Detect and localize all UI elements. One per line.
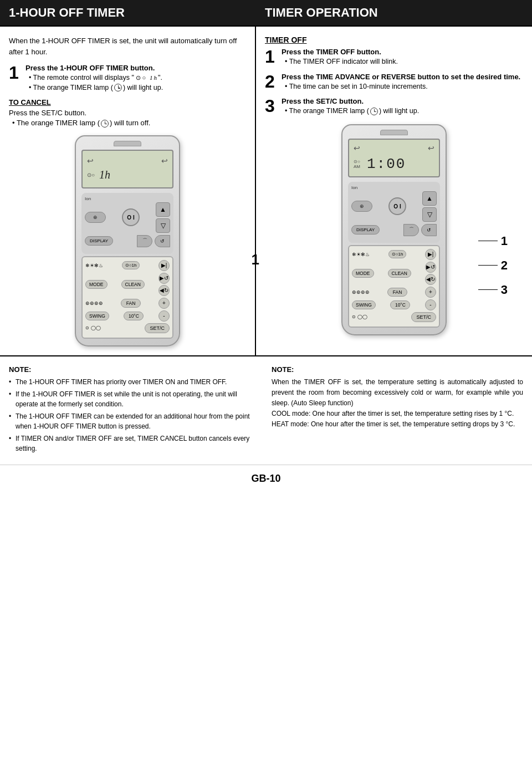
timer-circles: ▶↺ ◀↻ xyxy=(158,273,170,296)
right-step1-body: • The TIMER OFF indicator will blink. xyxy=(282,57,523,67)
right-step1-title: Press the TIMER OFF button. xyxy=(282,48,523,56)
curved-right-button[interactable]: ↺ xyxy=(155,235,170,247)
right-btn-row-2: DISPLAY ⌒ ↺ xyxy=(351,224,437,236)
right-curved-right-button[interactable]: ↺ xyxy=(421,224,437,236)
right-screen-sub-row: ⊙○AM 1:00 xyxy=(354,156,406,172)
swing-button[interactable]: SWING xyxy=(85,312,109,320)
right-clean-button[interactable]: CLEAN xyxy=(388,269,411,278)
remote-top-notch xyxy=(114,141,141,146)
right-minus-button[interactable]: - xyxy=(425,299,436,310)
right-rpanel-row-3: ⊚⊚⊚⊚ FAN + xyxy=(352,287,436,298)
rpanel-row-1: ❄☀✻♨ ⊙○1h ▶| xyxy=(85,260,170,271)
right-step3-bullet: • The orange TIMER lamp () will light up… xyxy=(285,106,523,116)
right-down-button[interactable]: ▽ xyxy=(422,207,437,222)
right-timer-1h-button[interactable]: ⊙○1h xyxy=(388,250,407,258)
temp10-button[interactable]: 10°C xyxy=(124,312,144,320)
bullet-dot-3: • xyxy=(9,411,13,421)
plus-button[interactable]: + xyxy=(158,298,170,309)
note-right-body: When the TIMER OFF is set, the temperatu… xyxy=(272,377,523,430)
right-screen-icon-left: ↩ xyxy=(354,144,360,152)
note-col-right: NOTE: When the TIMER OFF is set, the tem… xyxy=(272,365,523,456)
right-step2-body: • The time can be set in 10-minute incre… xyxy=(282,82,523,92)
note-left-title: NOTE: xyxy=(9,365,260,374)
right-step2: 2 Press the TIME ADVANCE or REVERSE butt… xyxy=(265,73,523,92)
right-step2-bullet: • The time can be set in 10-minute incre… xyxy=(285,82,523,92)
right-remote-container: ↩ ↩ ⊙○AM 1:00 Ion ⊕ O I ▲ xyxy=(265,124,523,335)
col-left: When the 1-HOUR OFF TIMER is set, the un… xyxy=(0,27,256,355)
right-step2-title: Press the TIME ADVANCE or REVERSE button… xyxy=(282,73,523,81)
right-timer-dn-button[interactable]: ◀↻ xyxy=(425,274,436,285)
main-columns: When the 1-HOUR OFF TIMER is set, the un… xyxy=(0,26,532,355)
right-play-button[interactable]: ▶| xyxy=(425,249,436,260)
right-temp10-button[interactable]: 10°C xyxy=(390,300,410,309)
right-rpanel-row-4: SWING 10°C - xyxy=(352,299,436,310)
right-plus-button[interactable]: + xyxy=(425,287,436,298)
play-button[interactable]: ▶| xyxy=(158,260,170,271)
right-timer-up-button[interactable]: ▶↺ xyxy=(425,262,436,273)
screen-sub-row: ⊙○ 1h xyxy=(87,169,110,181)
left-remote-bottom-panel: ❄☀✻♨ ⊙○1h ▶| MODE CLEAN ▶↺ ◀↻ xyxy=(81,256,173,339)
right-screen-icon-right: ↩ xyxy=(428,144,434,152)
timer-icons: ⊙◯◯ xyxy=(85,325,101,330)
right-timer-circles: ▶↺ ◀↻ xyxy=(425,262,436,285)
header-left-title: 1-HOUR OFF TIMER xyxy=(9,6,125,20)
clean-button-left[interactable]: CLEAN xyxy=(121,280,145,289)
note-left-text-4: If TIMER ON and/or TIMER OFF are set, TI… xyxy=(16,434,260,453)
left-remote-screen: ↩ ↩ ⊙○ 1h xyxy=(81,150,173,188)
screen-icon-left: ↩ xyxy=(87,156,94,165)
display-button[interactable]: DISPLAY xyxy=(85,236,113,246)
setc-button[interactable]: SET/C xyxy=(145,323,170,333)
minus-button[interactable]: - xyxy=(158,310,170,322)
left-remote-body: Ion ⊕ O I ▲ ▽ DISPLAY ⌒ xyxy=(81,193,173,254)
col-right: TIMER OFF 1 Press the TIMER OFF button. … xyxy=(256,27,532,355)
right-swing-button[interactable]: SWING xyxy=(352,300,376,309)
note-left-text-1: The 1-HOUR OFF TIMER has priority over T… xyxy=(16,377,227,387)
bullet-dot-1: • xyxy=(9,377,13,387)
bullet-dot-2: • xyxy=(9,389,13,399)
callout-1-number: 1 xyxy=(501,234,508,248)
callout-2-line xyxy=(478,265,498,266)
right-screen-dots: ⊙○AM xyxy=(354,159,360,169)
right-step3-title: Press the SET/C button. xyxy=(282,97,523,105)
right-remote-screen: ↩ ↩ ⊙○AM 1:00 xyxy=(348,139,440,177)
curved-left-button[interactable]: ⌒ xyxy=(137,235,152,247)
right-rpanel-row-5: ⊙◯◯ SET/C xyxy=(352,312,436,322)
header-right-title: TIMER OPERATION xyxy=(265,6,378,20)
page-number: GB-10 xyxy=(251,473,280,484)
note-left-body: • The 1-HOUR OFF TIMER has priority over… xyxy=(9,377,260,453)
callout-1: 1 xyxy=(478,234,508,248)
right-remote-body: Ion ⊕ O I ▲ ▽ DISPLAY ⌒ ↺ xyxy=(348,182,440,243)
right-timer-icons: ⊙◯◯ xyxy=(352,314,367,319)
left-remote-container: ↩ ↩ ⊙○ 1h Ion ⊕ O I xyxy=(9,135,246,346)
power-button[interactable]: O I xyxy=(122,208,140,226)
right-fan-button[interactable]: FAN xyxy=(387,288,407,297)
right-power-button[interactable]: O I xyxy=(388,197,406,215)
left-step-marker: 1 xyxy=(252,251,259,268)
timer-1h-button[interactable]: ⊙○1h xyxy=(122,261,140,269)
right-up-button[interactable]: ▲ xyxy=(422,191,437,206)
left-step1-bullet1: • The remote control will displays " ⊙○ … xyxy=(29,73,246,83)
right-step3: 3 Press the SET/C button. • The orange T… xyxy=(265,97,523,116)
timer-up-button[interactable]: ▶↺ xyxy=(158,273,170,284)
fan-button[interactable]: FAN xyxy=(121,299,141,308)
up-button[interactable]: ▲ xyxy=(156,202,170,217)
right-display-button[interactable]: DISPLAY xyxy=(351,225,380,234)
to-cancel-section: TO CANCEL Press the SET/C button. • The … xyxy=(9,98,246,128)
right-ion-button[interactable]: ⊕ xyxy=(351,201,372,212)
right-ion-label: Ion xyxy=(351,185,437,190)
right-fan-icons: ⊚⊚⊚⊚ xyxy=(352,289,370,295)
right-mode-button[interactable]: MODE xyxy=(352,269,374,278)
to-cancel-body: Press the SET/C button. xyxy=(9,109,246,117)
down-button[interactable]: ▽ xyxy=(156,218,170,233)
right-curved-left-button[interactable]: ⌒ xyxy=(403,224,419,236)
callout-labels: 1 2 3 xyxy=(478,234,508,297)
ion-button[interactable]: ⊕ xyxy=(85,212,106,223)
right-step1-content: Press the TIMER OFF button. • The TIMER … xyxy=(282,48,523,67)
right-setc-button[interactable]: SET/C xyxy=(411,312,436,322)
screen-dots: ⊙○ xyxy=(87,172,95,178)
left-remote: ↩ ↩ ⊙○ 1h Ion ⊕ O I xyxy=(75,135,180,346)
top-headers: 1-HOUR OFF TIMER TIMER OPERATION xyxy=(0,0,532,26)
mode-button[interactable]: MODE xyxy=(85,280,108,289)
timer-dn-button[interactable]: ◀↻ xyxy=(158,285,170,296)
left-intro: When the 1-HOUR OFF TIMER is set, the un… xyxy=(9,35,246,57)
